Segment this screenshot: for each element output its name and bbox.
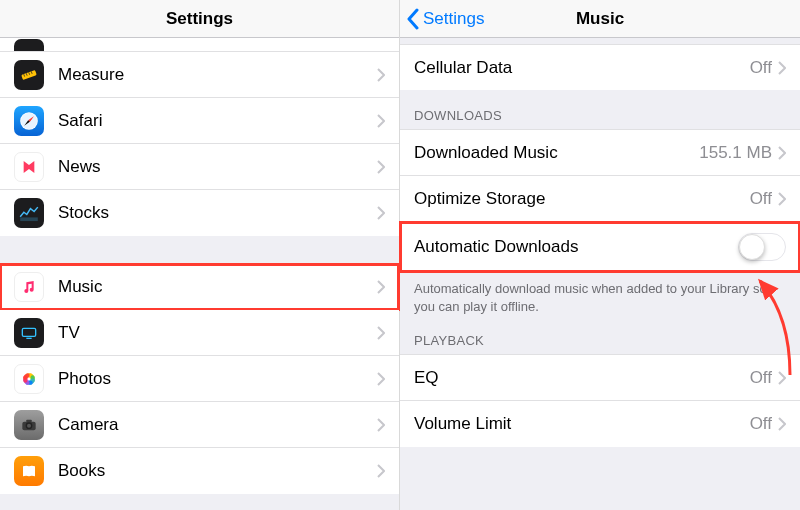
row-eq[interactable]: EQ Off [400,355,800,401]
optimize-label: Optimize Storage [414,189,750,209]
downloads-header: DOWNLOADS [400,90,800,129]
row-camera-label: Camera [58,415,377,435]
music-group-downloads: Downloaded Music 155.1 MB Optimize Stora… [400,129,800,272]
row-downloaded-music[interactable]: Downloaded Music 155.1 MB [400,130,800,176]
playback-header: PLAYBACK [400,325,800,354]
optimize-value: Off [750,189,772,209]
settings-panel: Settings Measure Safari [0,0,400,510]
back-label: Settings [423,9,484,29]
row-tv[interactable]: TV [0,310,399,356]
svg-rect-0 [21,69,37,79]
music-icon [14,272,44,302]
chevron-right-icon [778,146,786,160]
row-camera[interactable]: Camera [0,402,399,448]
chevron-right-icon [778,192,786,206]
row-music-label: Music [58,277,377,297]
safari-icon [14,106,44,136]
chevron-right-icon [377,326,385,340]
tv-icon [14,318,44,348]
stocks-icon [14,198,44,228]
row-cellular-data[interactable]: Cellular Data Off [400,44,800,90]
row-volume-limit[interactable]: Volume Limit Off [400,401,800,447]
volume-label: Volume Limit [414,414,750,434]
row-news-label: News [58,157,377,177]
eq-label: EQ [414,368,750,388]
downloaded-value: 155.1 MB [699,143,772,163]
svg-point-25 [27,423,31,427]
music-group-cellular: Cellular Data Off [400,44,800,90]
auto-label: Automatic Downloads [414,237,738,257]
automatic-downloads-toggle[interactable] [738,233,786,261]
row-music[interactable]: Music [0,264,399,310]
chevron-right-icon [377,206,385,220]
row-measure[interactable]: Measure [0,52,399,98]
chevron-right-icon [377,464,385,478]
news-icon [14,152,44,182]
volume-value: Off [750,414,772,434]
row-photos-label: Photos [58,369,377,389]
music-title: Music [576,9,624,29]
chevron-right-icon [377,68,385,82]
row-photos[interactable]: Photos [0,356,399,402]
row-books[interactable]: Books [0,448,399,494]
row-automatic-downloads[interactable]: Automatic Downloads [400,222,800,272]
row-safari-label: Safari [58,111,377,131]
svg-rect-12 [22,328,35,336]
photos-icon [14,364,44,394]
auto-downloads-footer: Automatically download music when added … [400,272,800,325]
toggle-knob [739,234,765,260]
row-optimize-storage[interactable]: Optimize Storage Off [400,176,800,222]
eq-value: Off [750,368,772,388]
settings-navbar: Settings [0,0,399,38]
camera-icon [14,410,44,440]
back-button[interactable]: Settings [406,0,484,38]
books-icon [14,456,44,486]
chevron-right-icon [377,372,385,386]
cellular-value: Off [750,58,772,78]
svg-rect-11 [20,217,38,221]
partial-row-top [0,38,399,52]
row-stocks-label: Stocks [58,203,377,223]
downloaded-label: Downloaded Music [414,143,699,163]
row-stocks[interactable]: Stocks [0,190,399,236]
chevron-right-icon [377,418,385,432]
row-safari[interactable]: Safari [0,98,399,144]
row-tv-label: TV [58,323,377,343]
app-icon-partial [14,39,44,52]
music-group-playback: EQ Off Volume Limit Off [400,354,800,447]
measure-icon [14,60,44,90]
cellular-label: Cellular Data [414,58,750,78]
chevron-right-icon [377,114,385,128]
row-news[interactable]: News [0,144,399,190]
row-books-label: Books [58,461,377,481]
settings-group-2: Music TV [0,264,399,494]
settings-title: Settings [166,9,233,29]
row-measure-label: Measure [58,65,377,85]
settings-group-1: Measure Safari News [0,52,399,236]
music-navbar: Settings Music [400,0,800,38]
chevron-right-icon [377,160,385,174]
section-spacer [0,236,399,264]
chevron-right-icon [778,417,786,431]
chevron-right-icon [377,280,385,294]
chevron-right-icon [778,371,786,385]
music-settings-panel: Settings Music Cellular Data Off DOWNLOA… [400,0,800,510]
chevron-right-icon [778,61,786,75]
